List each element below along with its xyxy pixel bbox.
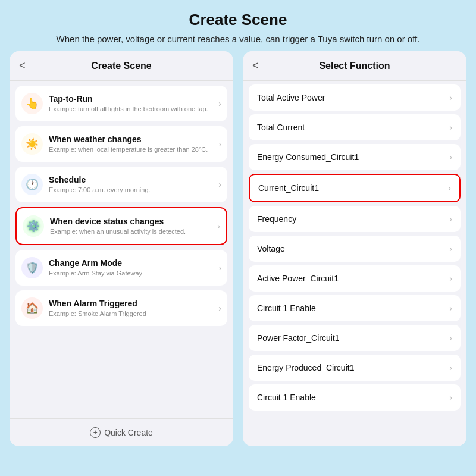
total-active-power-arrow: › [449, 93, 452, 102]
weather-desc: Example: when local temperature is great… [49, 145, 216, 154]
voltage-arrow: › [449, 244, 452, 253]
page-header: Create Scene When the power, voltage or … [0, 0, 476, 51]
arm-mode-desc: Example: Arm Stay via Gateway [49, 269, 216, 277]
function-item-current-circuit1[interactable]: Current_Circuit1 › [249, 174, 461, 202]
active-power-arrow: › [449, 274, 452, 283]
arm-mode-arrow: › [218, 263, 221, 273]
alarm-name: When Alarm Triggered [49, 299, 216, 308]
frequency-arrow: › [449, 214, 452, 224]
function-item-energy-produced[interactable]: Energy Produced_Circuit1 › [249, 355, 461, 381]
schedule-name: Schedule [49, 175, 216, 184]
weather-name: When weather changes [49, 134, 216, 144]
quick-create-button[interactable]: + Quick Create [18, 427, 225, 438]
schedule-icon: 🕐 [21, 174, 43, 195]
arm-mode-name: Change Arm Mode [49, 258, 216, 268]
right-panel-title: Select Function [319, 61, 390, 71]
tap-to-run-desc: Example: turn off all lights in the bedr… [49, 105, 216, 113]
function-item-frequency[interactable]: Frequency › [249, 206, 461, 232]
left-panel-footer: + Quick Create [10, 418, 233, 446]
scene-item-schedule[interactable]: 🕐 Schedule Example: 7:00 a.m. every morn… [15, 167, 227, 202]
left-panel-content: 👆 Tap-to-Run Example: turn off all light… [10, 81, 233, 418]
right-back-button[interactable]: < [252, 60, 259, 72]
quick-create-icon: + [90, 427, 101, 438]
circuit1-enable-arrow: › [449, 303, 452, 313]
page-subtitle: When the power, voltage or current reach… [24, 33, 452, 45]
device-status-arrow: › [217, 221, 220, 231]
device-status-desc: Example: when an unusual activity is det… [50, 227, 215, 236]
function-item-active-power[interactable]: Active Power_Circuit1 › [249, 265, 461, 292]
current-circuit1-arrow: › [448, 183, 451, 193]
weather-arrow: › [218, 139, 221, 149]
device-status-name: When device status changes [50, 217, 215, 226]
function-item-power-factor[interactable]: Power Factor_Circuit1 › [249, 325, 461, 351]
function-item-circuit1-enable[interactable]: Circuit 1 Enable › [249, 295, 461, 321]
left-panel-header: < Create Scene [10, 51, 233, 81]
select-function-panel: < Select Function Total Active Power › T… [243, 51, 466, 446]
right-panel-header: < Select Function [243, 51, 466, 81]
total-current-arrow: › [449, 123, 452, 132]
tap-to-run-icon: 👆 [21, 93, 43, 114]
function-item-total-current[interactable]: Total Current › [249, 114, 461, 140]
create-scene-panel: < Create Scene 👆 Tap-to-Run Example: tur… [10, 51, 233, 446]
alarm-arrow: › [218, 303, 221, 313]
right-panel-content: Total Active Power › Total Current › Ene… [243, 81, 466, 446]
scene-item-alarm[interactable]: 🏠 When Alarm Triggered Example: Smoke Al… [15, 290, 227, 326]
quick-create-label: Quick Create [104, 428, 153, 437]
schedule-desc: Example: 7:00 a.m. every morning. [49, 186, 216, 194]
page-title: Create Scene [24, 11, 452, 29]
scene-item-device-status[interactable]: ⚙️ When device status changes Example: w… [15, 207, 227, 245]
tap-to-run-arrow: › [218, 99, 221, 108]
function-item-voltage[interactable]: Voltage › [249, 236, 461, 262]
energy-produced-arrow: › [449, 363, 452, 372]
energy-consumed-arrow: › [449, 152, 452, 162]
scene-item-weather[interactable]: ☀️ When weather changes Example: when lo… [15, 126, 227, 162]
schedule-arrow: › [218, 180, 221, 189]
panels-container: < Create Scene 👆 Tap-to-Run Example: tur… [0, 51, 476, 456]
arm-mode-icon: 🛡️ [21, 257, 43, 278]
alarm-desc: Example: Smoke Alarm Triggered [49, 309, 216, 318]
alarm-icon: 🏠 [21, 298, 43, 319]
scene-item-arm-mode[interactable]: 🛡️ Change Arm Mode Example: Arm Stay via… [15, 250, 227, 286]
circuit1-enable-2-arrow: › [449, 393, 452, 402]
device-status-icon: ⚙️ [23, 215, 44, 237]
left-back-button[interactable]: < [19, 60, 26, 72]
tap-to-run-name: Tap-to-Run [49, 94, 216, 104]
function-item-circuit1-enable-2[interactable]: Circuit 1 Enable › [249, 384, 461, 411]
function-item-energy-consumed[interactable]: Energy Consumed_Circuit1 › [249, 144, 461, 170]
weather-icon: ☀️ [21, 133, 43, 155]
power-factor-arrow: › [449, 333, 452, 343]
scene-item-tap-to-run[interactable]: 👆 Tap-to-Run Example: turn off all light… [15, 86, 227, 121]
left-panel-title: Create Scene [91, 61, 151, 71]
function-item-total-active-power[interactable]: Total Active Power › [249, 84, 461, 111]
